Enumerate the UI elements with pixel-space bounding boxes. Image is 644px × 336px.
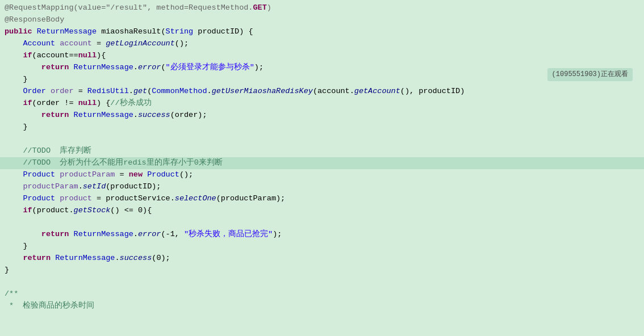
token-plain — [143, 169, 147, 181]
code-line-19 — [0, 217, 644, 229]
token-kw: return — [41, 62, 69, 74]
token-plain: (productID); — [106, 181, 161, 193]
code-line-18: if(product.getStock() <= 0){ — [0, 205, 644, 217]
token-type: Order — [23, 86, 46, 98]
code-line-11: } — [0, 121, 644, 133]
token-var: order — [51, 86, 74, 98]
code-line-8: Order order = RedisUtil.get(CommonMethod… — [0, 86, 644, 98]
token-comment: //秒杀成功 — [110, 98, 151, 110]
token-type: ReturnMessage — [37, 26, 97, 38]
token-plain: . — [133, 110, 138, 121]
token-kw: null — [78, 98, 97, 110]
code-line-9: if(order != null) {//秒杀成功 — [0, 98, 644, 110]
token-plain — [55, 38, 60, 50]
token-plain: (account== — [32, 50, 78, 62]
token-plain: productID) { — [193, 26, 253, 38]
code-line-25: /** — [0, 288, 644, 300]
token-plain: (account. — [313, 86, 354, 98]
code-line-2: @ResponseBody — [0, 14, 644, 26]
token-plain: = productService. — [92, 193, 175, 205]
token-plain: ( — [147, 86, 152, 98]
token-method: getLoginAccount — [106, 38, 175, 50]
token-method: success — [120, 253, 152, 264]
code-line-10: return ReturnMessage.success(order); — [0, 110, 644, 121]
token-kw: new — [129, 169, 143, 181]
token-method: setId — [83, 181, 106, 193]
token-plain: ){ — [97, 50, 106, 62]
token-plain: = — [92, 38, 106, 50]
code-line-26: * 检验商品的秒杀时间 — [0, 300, 644, 312]
token-var: account — [60, 38, 92, 50]
token-plain: = — [115, 169, 128, 181]
code-line-22: return ReturnMessage.success(0); — [0, 253, 644, 264]
token-kw: if — [23, 205, 32, 217]
token-plain: . — [207, 86, 212, 98]
token-type: ReturnMessage — [74, 62, 133, 74]
token-type: Account — [23, 38, 55, 50]
token-plain: ( — [161, 62, 165, 74]
token-method: getStock — [74, 205, 111, 217]
token-type: Product — [147, 169, 179, 181]
token-plain — [69, 62, 73, 74]
code-line-15: Product productParam = new Product(); — [0, 169, 644, 181]
token-plain — [55, 193, 60, 205]
token-plain: () <= 0){ — [110, 205, 152, 217]
viewer-notification: (1095551903)正在观看 — [547, 68, 633, 81]
token-comment: //TODO 分析为什么不能用redis里的库存小于0来判断 — [23, 157, 222, 169]
token-plain: (0); — [152, 253, 170, 264]
token-method: success — [138, 110, 170, 121]
token-plain: (), productID) — [400, 86, 465, 98]
token-plain: ); — [273, 229, 282, 241]
code-editor: @RequestMapping(value="/result", method=… — [0, 0, 644, 336]
token-plain — [46, 86, 51, 98]
code-line-13: //TODO 库存判断 — [0, 145, 644, 157]
token-plain: = — [74, 86, 87, 98]
code-line-21: } — [0, 241, 644, 253]
token-kw: return — [41, 229, 69, 241]
token-annotation: @ResponseBody — [5, 14, 64, 26]
code-line-23: } — [0, 264, 644, 276]
token-type: ReturnMessage — [55, 253, 115, 264]
token-method: getUserMiaoshaRedisKey — [212, 86, 313, 98]
token-plain: } — [23, 121, 27, 133]
token-plain: (-1, — [161, 229, 184, 241]
token-plain: . — [133, 62, 138, 74]
token-plain — [51, 253, 55, 264]
code-line-17: Product product = productService.selectO… — [0, 193, 644, 205]
token-plain: (order); — [170, 110, 207, 121]
token-plain: . — [133, 229, 138, 241]
token-kw: return — [23, 253, 51, 264]
token-kw: if — [23, 98, 32, 110]
token-kw: null — [78, 50, 97, 62]
token-string: "秒杀失败，商品已抢完" — [184, 229, 273, 241]
token-plain: } — [23, 74, 27, 86]
token-type: Product — [23, 193, 55, 205]
code-line-14: //TODO 分析为什么不能用redis里的库存小于0来判断 — [0, 157, 644, 169]
token-plain: (); — [179, 169, 193, 181]
code-line-5: if(account==null){ — [0, 50, 644, 62]
token-plain — [55, 169, 60, 181]
token-kw: if — [23, 50, 32, 62]
code-line-16: productParam.setId(productID); — [0, 181, 644, 193]
code-line-12 — [0, 133, 644, 145]
token-comment: //TODO 库存判断 — [23, 145, 91, 157]
token-type: Product — [23, 169, 55, 181]
token-plain — [32, 26, 37, 38]
token-var: product — [60, 193, 92, 205]
notification-text: (1095551903)正在观看 — [552, 70, 628, 78]
token-annotation: @RequestMapping(value="/result", method=… — [5, 2, 253, 14]
token-method: get — [133, 86, 147, 98]
token-plain: (order != — [32, 98, 78, 110]
token-method: getAccount — [354, 86, 400, 98]
token-var: productParam — [23, 181, 78, 193]
token-plain: miaoshaResult( — [97, 26, 166, 38]
token-plain: (productParam); — [216, 193, 286, 205]
token-comment: /** — [5, 288, 18, 300]
code-line-20: return ReturnMessage.error(-1, "秒杀失败，商品已… — [0, 229, 644, 241]
token-plain — [69, 110, 73, 121]
token-kw: public — [5, 26, 32, 38]
code-line-24 — [0, 276, 644, 288]
token-type: RedisUtil — [87, 86, 129, 98]
token-plain: (); — [175, 38, 189, 50]
token-plain: ) { — [97, 98, 110, 110]
